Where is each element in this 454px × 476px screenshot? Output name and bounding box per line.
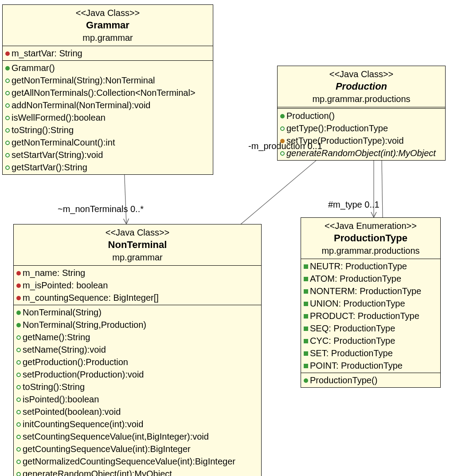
assoc-production-type: #m_type 0..1: [328, 200, 380, 210]
member-row: NonTerminal(String,Production): [16, 319, 258, 331]
visibility-icon: [5, 79, 10, 83]
visibility-icon: [16, 385, 21, 389]
member-row: isPointed():boolean: [16, 393, 258, 405]
member-text: CYC: ProductionType: [310, 334, 395, 347]
member-text: ATOM: ProductionType: [310, 272, 401, 285]
operations-section: NonTerminal(String)NonTerminal(String,Pr…: [14, 305, 261, 476]
member-row: getType():ProductionType: [280, 122, 442, 134]
member-text: ProductionType(): [310, 374, 377, 386]
attributes-section: m_startVar: String: [3, 46, 213, 61]
assoc-nonterminal-production: -m_production 0..1: [248, 141, 322, 151]
member-text: isWellFormed():boolean: [12, 111, 106, 124]
visibility-icon: [304, 364, 308, 368]
visibility-icon: [304, 277, 308, 281]
member-text: UNION: ProductionType: [310, 297, 405, 310]
member-text: getNonTerminal(String):NonTerminal: [12, 74, 155, 87]
member-text: PRODUCT: ProductionType: [310, 310, 419, 322]
visibility-icon: [5, 141, 10, 145]
visibility-icon: [5, 51, 10, 56]
visibility-icon: [5, 91, 10, 95]
member-text: toString():String: [23, 381, 85, 393]
member-text: getNonTerminalCount():int: [12, 136, 115, 149]
member-row: setPointed(boolean):void: [16, 405, 258, 418]
visibility-icon: [304, 264, 308, 269]
member-row: Grammar(): [5, 62, 210, 74]
member-text: getType():ProductionType: [286, 122, 388, 134]
member-text: SEQ: ProductionType: [310, 322, 395, 334]
member-text: getNormalizedCountingSequenceValue(int):…: [23, 455, 235, 468]
member-row: m_name: String: [16, 267, 258, 279]
visibility-icon: [280, 126, 285, 131]
visibility-icon: [5, 103, 10, 108]
stereotype: <<Java Class>>: [5, 7, 210, 19]
member-text: getProduction():Production: [23, 356, 128, 368]
member-row: POINT: ProductionType: [304, 359, 438, 372]
stereotype: <<Java Class>>: [280, 68, 442, 80]
member-text: setStartVar(String):void: [12, 149, 103, 161]
member-row: addNonTerminal(NonTerminal):void: [5, 99, 210, 111]
member-text: initCountingSequence(int):void: [23, 418, 143, 430]
member-text: setName(String):void: [23, 343, 106, 356]
operations-section: ProductionType(): [301, 373, 440, 387]
visibility-icon: [16, 472, 21, 476]
attributes-section: m_name: Stringm_isPointed: booleanm_coun…: [14, 266, 261, 305]
member-text: toString():String: [12, 124, 74, 136]
member-text: addNonTerminal(NonTerminal):void: [12, 99, 150, 111]
visibility-icon: [16, 422, 21, 427]
member-text: setCountingSequenceValue(int,BigInteger)…: [23, 430, 209, 443]
member-row: m_isPointed: boolean: [16, 279, 258, 291]
member-text: NONTERM: ProductionType: [310, 285, 421, 297]
member-row: NONTERM: ProductionType: [304, 285, 438, 297]
visibility-icon: [16, 323, 21, 327]
member-text: Production(): [286, 110, 335, 122]
operations-section: Production()getType():ProductionTypesetT…: [278, 109, 445, 160]
member-row: getNonTerminal(String):NonTerminal: [5, 74, 210, 87]
visibility-icon: [280, 114, 285, 118]
member-row: PRODUCT: ProductionType: [304, 310, 438, 322]
package-name: mp.grammar: [5, 31, 210, 44]
class-name: NonTerminal: [16, 239, 258, 251]
member-row: setName(String):void: [16, 343, 258, 356]
visibility-icon: [16, 460, 21, 464]
visibility-icon: [304, 314, 308, 319]
member-row: ProductionType(): [304, 374, 438, 386]
member-text: getStartVar():String: [12, 161, 87, 173]
operations-section: Grammar()getNonTerminal(String):NonTermi…: [3, 61, 213, 174]
class-name: ProductionType: [304, 232, 438, 244]
uml-class-grammar: <<Java Class>> Grammar mp.grammar m_star…: [2, 4, 213, 175]
visibility-icon: [304, 302, 308, 306]
member-text: setProduction(Production):void: [23, 368, 144, 381]
member-text: getName():String: [23, 331, 90, 343]
member-row: CYC: ProductionType: [304, 334, 438, 347]
assoc-grammar-nonterminals: ~m_nonTerminals 0..*: [58, 204, 144, 214]
member-text: m_countingSequence: BigInteger[]: [23, 291, 159, 304]
visibility-icon: [16, 271, 21, 275]
member-row: getAllNonTerminals():Collection<NonTermi…: [5, 87, 210, 99]
member-text: NonTerminal(String,Production): [23, 319, 146, 331]
visibility-icon: [16, 335, 21, 340]
visibility-icon: [5, 116, 10, 120]
visibility-icon: [16, 360, 21, 365]
uml-class-nonterminal: <<Java Class>> NonTerminal mp.grammar m_…: [13, 224, 262, 476]
member-row: initCountingSequence(int):void: [16, 418, 258, 430]
member-row: getNormalizedCountingSequenceValue(int):…: [16, 455, 258, 468]
stereotype: <<Java Enumeration>>: [304, 220, 438, 232]
member-row: setProduction(Production):void: [16, 368, 258, 381]
member-row: setCountingSequenceValue(int,BigInteger)…: [16, 430, 258, 443]
member-text: NEUTR: ProductionType: [310, 260, 407, 272]
member-text: m_isPointed: boolean: [23, 279, 108, 291]
visibility-icon: [5, 165, 10, 170]
member-text: POINT: ProductionType: [310, 359, 403, 372]
visibility-icon: [16, 397, 21, 402]
member-text: m_startVar: String: [12, 47, 82, 59]
class-name: Production: [280, 80, 442, 93]
member-row: UNION: ProductionType: [304, 297, 438, 310]
member-row: toString():String: [5, 124, 210, 136]
member-row: isWellFormed():boolean: [5, 111, 210, 124]
svg-line-3: [124, 167, 126, 224]
member-row: setStartVar(String):void: [5, 149, 210, 161]
visibility-icon: [5, 153, 10, 157]
member-row: m_countingSequence: BigInteger[]: [16, 291, 258, 304]
member-row: getName():String: [16, 331, 258, 343]
member-row: NonTerminal(String): [16, 306, 258, 319]
